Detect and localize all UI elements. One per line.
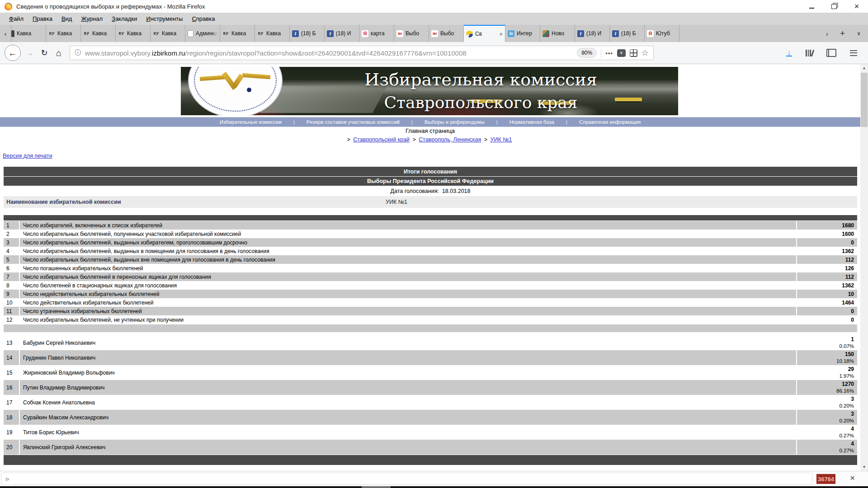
tab-label: Кавка (162, 30, 183, 37)
scroll-up-button[interactable]: ▲ (860, 64, 868, 72)
nav-separator: | (293, 119, 295, 125)
nav-separator: | (411, 119, 413, 125)
new-tab-button[interactable]: + (840, 28, 845, 38)
browser-tab[interactable]: КУКавка (46, 25, 81, 42)
row-label: Число недействительных избирательных бюл… (20, 290, 796, 298)
extension-grid-icon[interactable] (630, 49, 637, 57)
url-bar[interactable]: ⓘ www.stavropol.vybory.izbirkom.ru/regio… (70, 46, 654, 60)
status-bar-close-icon[interactable]: × (850, 473, 855, 483)
browser-tab[interactable]: Якарта (359, 25, 394, 42)
browser-tab[interactable]: КНВыбо (429, 25, 464, 42)
candidate-row: 19Титов Борис Юрьевич40.27% (4, 425, 857, 440)
library-icon[interactable] (806, 50, 813, 56)
breadcrumb-link[interactable]: Ставрополь, Ленинская (419, 136, 481, 143)
candidate-row: 18Сурайкин Максим Александрович30.20% (4, 410, 857, 425)
maximize-button[interactable] (823, 0, 845, 13)
reload-button[interactable]: ↻ (37, 46, 52, 60)
tab-strip: КавкаКУКавкаКУКавкаКУКавкаКУКавкаАдминка… (11, 25, 679, 42)
browser-tab[interactable]: ЯЮтуб (645, 25, 679, 42)
site-nav-link[interactable]: Избирательные комиссии (218, 119, 283, 125)
list-all-tabs-button[interactable]: ∨ (857, 30, 861, 37)
menu-item[interactable]: Инструменты (142, 13, 187, 25)
browser-tab[interactable]: f(18) Б (290, 25, 325, 42)
scrollbar-thumb[interactable] (861, 73, 868, 127)
browser-tab[interactable]: Кавка (11, 25, 46, 42)
doc-favicon-icon (188, 30, 193, 37)
browser-tab[interactable]: КУКавка (220, 25, 255, 42)
la-favicon-icon: la (508, 30, 514, 37)
home-button[interactable]: ⌂ (52, 46, 66, 60)
browser-tab[interactable]: f(18) Б (610, 25, 645, 42)
status-bar-field[interactable]: » (1, 473, 812, 485)
bookmark-star-icon[interactable]: ☆ (642, 48, 649, 58)
scroll-down-button[interactable]: ▼ (860, 463, 868, 471)
menu-item[interactable]: Справка (187, 13, 219, 25)
row-value: 0 (796, 315, 857, 324)
horizontal-scrollbar-thumb[interactable] (362, 486, 391, 488)
zoom-level-button[interactable]: 80% (577, 48, 597, 58)
tab-label: карта (371, 30, 392, 37)
close-button[interactable]: × (845, 0, 868, 13)
browser-tab[interactable]: f(18) И (325, 25, 359, 42)
tab-scroll-right-button[interactable]: › (826, 30, 828, 38)
tab-scroll-left-button[interactable]: ‹ (0, 25, 11, 42)
tab-label: Ново (552, 30, 572, 37)
tab-close-icon[interactable]: × (499, 31, 503, 38)
menu-item[interactable]: Закладки (107, 13, 142, 25)
back-button[interactable]: ← (5, 45, 21, 61)
row-label: Число избирательных бюллетеней, выданных… (20, 238, 796, 247)
page-actions-button[interactable]: ••• (605, 50, 613, 56)
downloads-button[interactable]: ↓ (786, 49, 792, 56)
globe-favicon-icon (466, 31, 473, 38)
tab-label: (18) И (336, 30, 357, 37)
browser-tab[interactable]: f(18) И (575, 25, 610, 42)
site-nav-link[interactable]: Справочная информация (577, 119, 642, 125)
menu-item[interactable]: Вид (57, 13, 77, 25)
site-banner: Избирательная комиссия Ставропольского к… (181, 67, 678, 115)
browser-tab[interactable]: КУКавка (151, 25, 185, 42)
chevron-double-right-icon[interactable]: » (2, 474, 9, 483)
menu-item[interactable]: Журнал (76, 13, 107, 25)
back-arrow-icon: ← (8, 48, 17, 58)
ku-favicon-icon: КУ (48, 30, 55, 37)
candidate-percent: 0.07% (839, 343, 854, 350)
url-text[interactable]: www.stavropol.vybory.izbirkom.ru/region/… (85, 49, 573, 57)
candidate-percent: 0.20% (839, 403, 854, 409)
browser-tab[interactable]: КУКавка (116, 25, 151, 42)
browser-tab-active[interactable]: Св× (464, 25, 505, 42)
vertical-scrollbar[interactable]: ▲ ▼ (860, 64, 868, 471)
print-version-link[interactable]: Версия для печати (3, 153, 52, 159)
extension-counter-badge[interactable]: 36784 (816, 474, 835, 484)
firefox-window: Сведения о проводящихся выборах и рефере… (0, 0, 868, 488)
tab-label: Выбо (406, 30, 426, 37)
pocket-icon[interactable]: ∨ (617, 49, 626, 57)
browser-tab[interactable]: КНВыбо (394, 25, 429, 42)
hamburger-menu-icon[interactable] (850, 50, 857, 56)
browser-tab[interactable]: laИнтер (505, 25, 540, 42)
minimize-button[interactable] (800, 0, 823, 13)
candidate-row: 16Путин Владимир Владимирович127086.16% (4, 380, 857, 395)
candidate-votes: 150 (845, 351, 854, 358)
site-nav-link[interactable]: Нормативная база (508, 119, 556, 125)
browser-tab[interactable]: КУКавка (81, 25, 116, 42)
browser-tab[interactable]: Админка (185, 25, 220, 42)
forward-button[interactable]: → (23, 46, 37, 60)
ku-favicon-icon: КУ (153, 30, 160, 37)
breadcrumb-link[interactable]: Ставропольский край (353, 136, 410, 143)
browser-tab[interactable]: Ново (540, 25, 575, 42)
reload-icon: ↻ (41, 48, 47, 58)
table-row: 6Число погашенных избирательных бюллетен… (4, 264, 857, 272)
tab-label: Кавка (17, 30, 43, 37)
candidate-votes: 29 (848, 366, 854, 373)
site-info-icon[interactable]: ⓘ (75, 49, 81, 57)
table-row: 2Число избирательных бюллетеней, получен… (4, 230, 857, 238)
site-nav-link[interactable]: Выборы и референдумы (423, 119, 486, 125)
menu-item[interactable]: Файл (5, 13, 28, 25)
status-bar: » 36784 × (0, 471, 868, 487)
site-nav-link[interactable]: Резерв составов участковых комиссий (305, 119, 401, 125)
menu-item[interactable]: Правка (28, 13, 57, 25)
sidebar-icon[interactable] (826, 49, 836, 57)
row-label: Число утраченных избирательных бюллетене… (20, 307, 796, 315)
browser-tab[interactable]: КУКавка (255, 25, 290, 42)
breadcrumb-link[interactable]: УИК №1 (491, 136, 512, 143)
